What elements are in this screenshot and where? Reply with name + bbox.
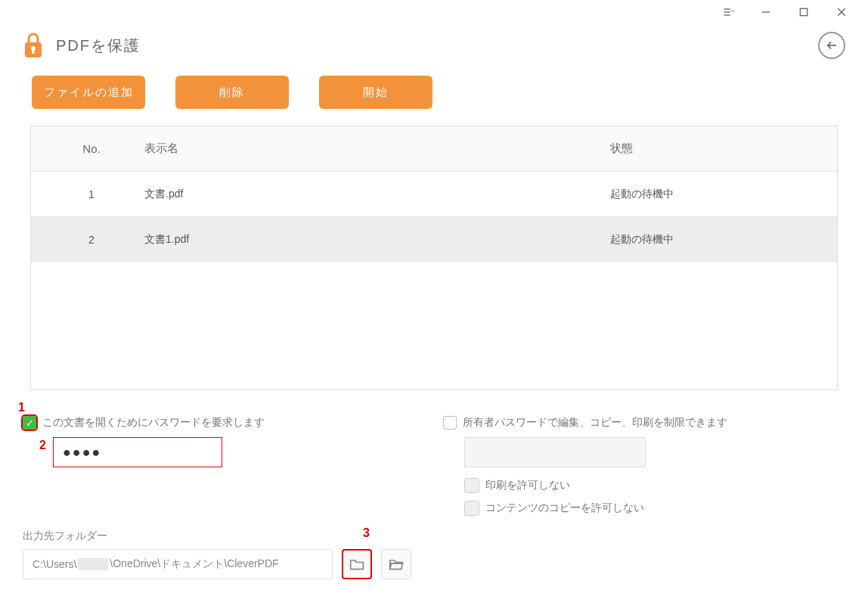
output-path-field[interactable]: C:\Users\ \OneDrive\ドキュメント\CleverPDF xyxy=(23,549,333,579)
annotation-marker-1: 1 xyxy=(18,401,25,414)
close-button[interactable] xyxy=(830,1,853,23)
back-button[interactable] xyxy=(818,32,845,59)
cell-status: 起動の待機中 xyxy=(610,233,822,247)
annotation-marker-2: 2 xyxy=(39,439,46,452)
page-title: PDFを保護 xyxy=(56,36,141,56)
cell-no: 1 xyxy=(46,188,137,200)
cell-name: 文書.pdf xyxy=(137,188,610,201)
owner-password-checkbox[interactable] xyxy=(443,416,457,430)
lock-icon xyxy=(23,32,44,59)
minimize-button[interactable] xyxy=(755,1,777,23)
table-header: No. 表示名 状態 xyxy=(31,126,837,172)
redacted-segment xyxy=(78,558,108,570)
delete-button[interactable]: 削除 xyxy=(175,76,289,109)
start-button[interactable]: 開始 xyxy=(319,76,432,109)
cell-name: 文書1.pdf xyxy=(137,233,610,247)
output-path-prefix: C:\Users\ xyxy=(33,558,76,570)
col-header-name: 表示名 xyxy=(137,141,610,156)
table-row[interactable]: 2 文書1.pdf 起動の待機中 xyxy=(31,217,837,262)
svg-rect-4 xyxy=(800,8,807,15)
output-folder-label: 出力先フォルダー xyxy=(23,529,845,543)
cell-status: 起動の待機中 xyxy=(610,188,822,201)
add-file-button[interactable]: ファイルの追加 xyxy=(32,76,145,109)
require-password-checkbox[interactable]: ✓ xyxy=(23,416,36,430)
owner-password-label: 所有者パスワードで編集、コピー、印刷を制限できます xyxy=(463,416,727,430)
owner-password-input xyxy=(464,437,646,467)
disallow-copy-checkbox[interactable] xyxy=(464,501,479,516)
file-table: No. 表示名 状態 1 文書.pdf 起動の待機中 2 文書1.pdf 起動の… xyxy=(30,126,838,390)
svg-rect-9 xyxy=(33,49,35,54)
col-header-status: 状態 xyxy=(610,141,822,156)
open-folder-button[interactable] xyxy=(381,549,411,579)
browse-folder-button[interactable] xyxy=(342,549,372,579)
output-path-suffix: \OneDrive\ドキュメント\CleverPDF xyxy=(110,557,278,571)
disallow-copy-label: コンテンツのコピーを許可しない xyxy=(485,501,644,515)
maximize-button[interactable] xyxy=(792,1,815,23)
annotation-marker-3: 3 xyxy=(363,526,370,540)
disallow-print-checkbox[interactable] xyxy=(464,478,479,493)
password-input[interactable] xyxy=(53,437,222,467)
menu-list-icon[interactable] xyxy=(717,1,739,23)
col-header-no: No. xyxy=(46,142,137,155)
cell-no: 2 xyxy=(46,234,137,246)
require-password-label: この文書を開くためにパスワードを要求します xyxy=(42,416,265,430)
disallow-print-label: 印刷を許可しない xyxy=(485,479,570,492)
table-row[interactable]: 1 文書.pdf 起動の待機中 xyxy=(31,172,837,217)
